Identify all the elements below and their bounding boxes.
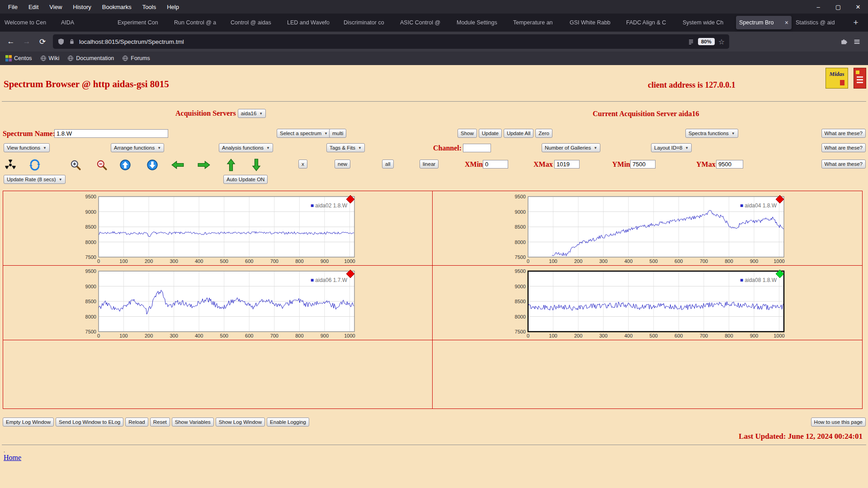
xmin-input[interactable] bbox=[483, 160, 508, 169]
tab-13[interactable]: System wide Ch bbox=[679, 16, 735, 29]
gallery-cell-3[interactable]: 0100200300400500600700800900100075008000… bbox=[3, 266, 433, 340]
menu-help[interactable]: Help bbox=[162, 2, 184, 12]
shield-icon[interactable] bbox=[57, 38, 65, 45]
footer-reset[interactable]: Reset bbox=[150, 418, 170, 427]
analysis-functions-dropdown[interactable]: Analysis functions▼ bbox=[219, 143, 273, 152]
what-are-these-button-2[interactable]: What are these? bbox=[821, 143, 866, 152]
spectrum-plot-aida08[interactable]: 0100200300400500600700800900100075008000… bbox=[507, 267, 788, 341]
auto-update-button[interactable]: Auto Update ON bbox=[223, 175, 268, 184]
spectrum-plot-aida06[interactable]: 0100200300400500600700800900100075008000… bbox=[78, 267, 358, 341]
arrange-functions-dropdown[interactable]: Arrange functions▼ bbox=[111, 143, 164, 152]
footer-enable-logging[interactable]: Enable Logging bbox=[267, 418, 309, 427]
all-button[interactable]: all bbox=[382, 160, 394, 169]
x-button[interactable]: x bbox=[298, 160, 307, 169]
select-spectrum-dropdown[interactable]: Select a spectrum▼ bbox=[277, 129, 331, 138]
channel-input[interactable] bbox=[463, 144, 491, 152]
minimize-button[interactable]: – bbox=[808, 0, 828, 14]
menu-bookmarks[interactable]: Bookmarks bbox=[98, 2, 136, 12]
tab-2[interactable]: AIDA bbox=[58, 16, 113, 29]
contract-y-icon[interactable] bbox=[146, 158, 159, 172]
number-of-galleries-dropdown[interactable]: Number of Galleries▼ bbox=[542, 143, 600, 152]
footer-show-variables[interactable]: Show Variables bbox=[172, 418, 214, 427]
multi-button[interactable]: multi bbox=[329, 129, 346, 138]
tab-1[interactable]: Welcome to Cen bbox=[1, 16, 57, 29]
tab-14[interactable]: Spectrum Bro× bbox=[736, 16, 792, 29]
tab-6[interactable]: LED and Wavefo bbox=[284, 16, 340, 29]
footer-show-log-window[interactable]: Show Log Window bbox=[216, 418, 265, 427]
home-link[interactable]: Home bbox=[4, 454, 21, 462]
app-menu-icon[interactable] bbox=[853, 38, 861, 46]
back-button[interactable]: ← bbox=[4, 34, 18, 49]
pan-right-icon[interactable] bbox=[197, 158, 211, 172]
url-text[interactable]: localhost:8015/Spectrum/Spectrum.tml bbox=[79, 38, 684, 45]
menu-edit[interactable]: Edit bbox=[24, 2, 43, 12]
bookmark-star-icon[interactable]: ☆ bbox=[718, 38, 725, 46]
linear-button[interactable]: linear bbox=[420, 160, 439, 169]
spectrum-plot-aida02[interactable]: 0100200300400500600700800900100075008000… bbox=[78, 193, 358, 266]
tab-8[interactable]: ASIC Control @ bbox=[397, 16, 453, 29]
expand-y-icon[interactable] bbox=[118, 158, 132, 172]
what-are-these-button-3[interactable]: What are these? bbox=[821, 160, 866, 169]
spectrum-plot-aida04[interactable]: 0100200300400500600700800900100075008000… bbox=[507, 193, 788, 266]
show-button[interactable]: Show bbox=[458, 129, 477, 138]
tab-7[interactable]: Discriminator co bbox=[340, 16, 396, 29]
what-are-these-button-1[interactable]: What are these? bbox=[821, 129, 866, 138]
bookmark-forums[interactable]: Forums bbox=[122, 55, 150, 61]
pan-left-icon[interactable] bbox=[171, 158, 184, 172]
bookmark-wiki[interactable]: Wiki bbox=[40, 55, 60, 61]
gallery-cell-6[interactable] bbox=[433, 340, 862, 408]
tab-12[interactable]: FADC Align & C bbox=[623, 16, 679, 29]
gallery-cell-5[interactable] bbox=[3, 340, 433, 408]
footer-reload[interactable]: Reload bbox=[125, 418, 148, 427]
zero-button[interactable]: Zero bbox=[535, 129, 552, 138]
tags-fits-dropdown[interactable]: Tags & Fits▼ bbox=[326, 143, 365, 152]
tab-close-icon[interactable]: × bbox=[785, 19, 788, 26]
menu-tools[interactable]: Tools bbox=[138, 2, 160, 12]
tab-4[interactable]: Run Control @ a bbox=[171, 16, 226, 29]
view-functions-dropdown[interactable]: View functions▼ bbox=[4, 143, 50, 152]
experiment-logo[interactable] bbox=[854, 68, 866, 89]
gallery-cell-1[interactable]: 0100200300400500600700800900100075008000… bbox=[3, 191, 433, 266]
forward-button[interactable]: → bbox=[19, 34, 34, 49]
bookmark-centos[interactable]: Centos bbox=[5, 55, 32, 61]
maximize-button[interactable]: ▢ bbox=[828, 0, 848, 14]
reload-button[interactable]: ⟳ bbox=[35, 34, 50, 49]
tab-11[interactable]: GSI White Rabb bbox=[566, 16, 622, 29]
update-all-button[interactable]: Update All bbox=[504, 129, 533, 138]
footer-empty-log-window[interactable]: Empty Log Window bbox=[3, 418, 54, 427]
tab-9[interactable]: Module Settings bbox=[453, 16, 509, 29]
site-info-lock-icon[interactable] bbox=[68, 38, 75, 45]
url-bar[interactable]: localhost:8015/Spectrum/Spectrum.tml 80%… bbox=[53, 34, 729, 49]
close-button[interactable]: ✕ bbox=[848, 0, 868, 14]
gallery-cell-4[interactable]: 0100200300400500600700800900100075008000… bbox=[433, 266, 862, 340]
menu-view[interactable]: View bbox=[45, 2, 66, 12]
gallery-cell-2[interactable]: 0100200300400500600700800900100075008000… bbox=[433, 191, 862, 266]
footer-send-log-window-to-elog[interactable]: Send Log Window to ELog bbox=[56, 418, 123, 427]
extensions-icon[interactable] bbox=[840, 38, 848, 46]
menu-history[interactable]: History bbox=[68, 2, 95, 12]
xmax-input[interactable] bbox=[554, 160, 580, 169]
update-rate-dropdown[interactable]: Update Rate (8 secs)▼ bbox=[4, 175, 66, 184]
update-button[interactable]: Update bbox=[479, 129, 502, 138]
tab-5[interactable]: Control @ aidas bbox=[227, 16, 283, 29]
midas-logo[interactable]: Midas bbox=[826, 68, 848, 89]
pan-down-icon[interactable] bbox=[250, 158, 263, 172]
bookmark-documentation[interactable]: Documentation bbox=[67, 55, 114, 61]
spectra-functions-dropdown[interactable]: Spectra functions▼ bbox=[685, 129, 738, 138]
acquisition-server-select[interactable]: aida16▼ bbox=[238, 109, 266, 118]
refresh-icon[interactable] bbox=[28, 158, 42, 172]
how-to-use-button[interactable]: How to use this page bbox=[811, 418, 866, 427]
zoom-out-icon[interactable] bbox=[95, 158, 108, 172]
spectrum-name-input[interactable] bbox=[54, 129, 168, 138]
layout-id-dropdown[interactable]: Layout ID=8▼ bbox=[651, 143, 692, 152]
zoom-in-icon[interactable] bbox=[69, 158, 82, 172]
radiation-icon[interactable] bbox=[4, 158, 17, 172]
pan-up-icon[interactable] bbox=[224, 158, 238, 172]
menu-file[interactable]: File bbox=[4, 2, 22, 12]
zoom-indicator[interactable]: 80% bbox=[698, 38, 715, 45]
ymax-input[interactable] bbox=[716, 160, 743, 169]
new-tab-button[interactable]: + bbox=[849, 16, 863, 29]
tab-10[interactable]: Temperature an bbox=[510, 16, 566, 29]
tab-15[interactable]: Statistics @ aid bbox=[793, 16, 848, 29]
ymin-input[interactable] bbox=[630, 160, 656, 169]
